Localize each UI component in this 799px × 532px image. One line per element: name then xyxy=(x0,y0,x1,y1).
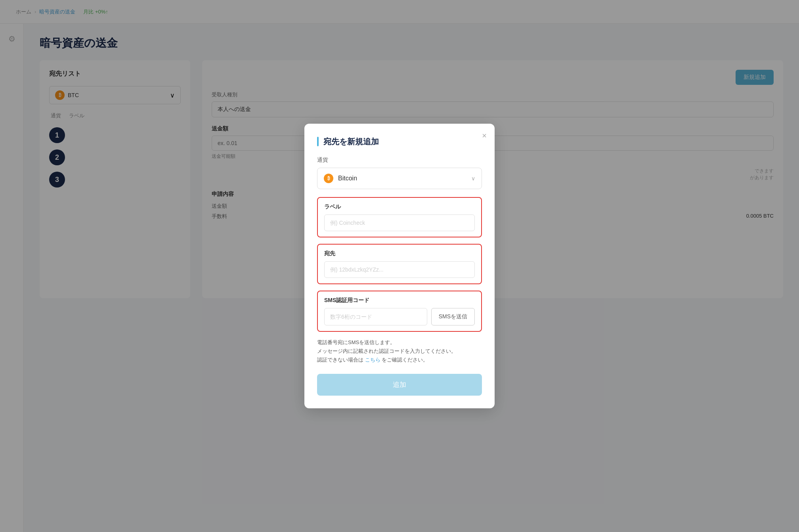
info-line-3-before: 認証できない場合は xyxy=(317,357,363,363)
currency-section-label: 通貨 xyxy=(317,157,482,164)
modal-btc-icon: ₿ xyxy=(324,174,333,183)
modal-title: 宛先を新規追加 xyxy=(323,136,379,147)
currency-dropdown[interactable]: ₿ Bitcoin ∨ xyxy=(317,168,482,189)
label-input[interactable] xyxy=(324,214,475,231)
currency-dropdown-label: Bitcoin xyxy=(338,175,466,182)
info-line-3-after: をご確認ください。 xyxy=(382,357,428,363)
modal-info-text: 電話番号宛にSMSを送信します。 メッセージ内に記載された認証コードを入力してく… xyxy=(317,338,482,364)
info-line-1: 電話番号宛にSMSを送信します。 xyxy=(317,339,395,345)
currency-chevron-down-icon: ∨ xyxy=(471,175,475,182)
modal-accent-bar xyxy=(317,137,319,146)
sms-field-title: SMS認証用コード xyxy=(324,297,475,304)
info-line-2: メッセージ内に記載された認証コードを入力してください。 xyxy=(317,348,456,354)
sms-code-input[interactable] xyxy=(324,308,427,325)
destination-input[interactable] xyxy=(324,261,475,278)
modal-title-bar: 宛先を新規追加 xyxy=(317,136,482,147)
label-field-title: ラベル xyxy=(324,203,475,211)
destination-field-title: 宛先 xyxy=(324,250,475,257)
label-form-group: ラベル xyxy=(317,197,482,237)
modal-dialog: × 宛先を新規追加 通貨 ₿ Bitcoin ∨ ラベル 宛先 SMS認証用コー… xyxy=(304,124,495,408)
sms-row: SMSを送信 xyxy=(324,308,475,325)
destination-form-group: 宛先 xyxy=(317,244,482,284)
sms-form-group: SMS認証用コード SMSを送信 xyxy=(317,291,482,332)
sms-send-button[interactable]: SMSを送信 xyxy=(431,308,475,325)
modal-close-button[interactable]: × xyxy=(482,132,487,140)
info-link[interactable]: こちら xyxy=(365,357,380,363)
modal-overlay: × 宛先を新規追加 通貨 ₿ Bitcoin ∨ ラベル 宛先 SMS認証用コー… xyxy=(0,0,799,532)
modal-add-button[interactable]: 追加 xyxy=(317,374,482,396)
